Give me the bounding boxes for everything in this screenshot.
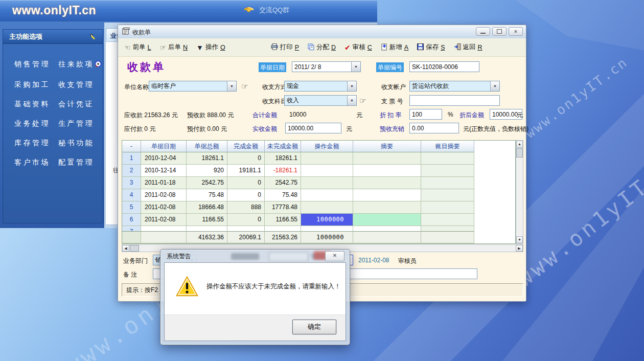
acct-memo-cell[interactable] [421, 214, 474, 226]
memo-cell[interactable] [353, 177, 421, 189]
note-label: 备 注 [123, 270, 137, 279]
op-amount-cell[interactable] [301, 189, 353, 201]
chevron-down-icon[interactable]: ▼ [490, 81, 499, 91]
sidebar-item-config[interactable]: 配置管理 [58, 152, 103, 172]
qq-group-link[interactable]: 交流QQ群 [243, 6, 289, 15]
chevron-down-icon[interactable]: ▼ [347, 96, 356, 105]
op-amount-cell[interactable] [301, 177, 353, 189]
sidebar-item-customers[interactable]: 客户市场 [14, 152, 58, 172]
floppy-save-icon [417, 43, 424, 51]
doc-no-input[interactable]: SK-110208-0006 [409, 61, 479, 72]
dept-label: 业务部门 [123, 257, 148, 265]
offset-unit-note: 元(正数充值，负数核销) [463, 125, 528, 133]
cheque-input[interactable] [409, 95, 500, 106]
return-button[interactable]: 返回R [454, 43, 482, 52]
assign-button[interactable]: 分配D [308, 43, 336, 52]
account-combobox[interactable]: 货运站代收款▼ [409, 81, 500, 92]
chevron-down-icon[interactable]: ▼ [227, 81, 236, 91]
acct-memo-cell[interactable] [421, 177, 474, 189]
sidebar-item-transactions[interactable]: 往来款项 [58, 54, 103, 75]
dialog-title: 系统警告 [167, 252, 191, 261]
action-menu-button[interactable]: ▼操作O [196, 43, 225, 52]
op-amount-cell-selected[interactable]: 1000000 [301, 214, 353, 226]
close-button[interactable]: ✕ [509, 27, 523, 36]
audit-button[interactable]: ✔审核C [344, 43, 372, 52]
table-row-selected[interactable]: 62011-02-081166.5501166.551000000 [122, 214, 515, 226]
total-op-amount-cell: 1000000 [301, 231, 353, 243]
sidebar-item-accounting[interactable]: 会计凭证 [58, 94, 103, 114]
scroll-down-button[interactable]: ▼ [516, 236, 523, 243]
subject-label: 收支科目 [262, 97, 287, 106]
dialog-close-button[interactable]: ✕ [325, 251, 344, 261]
discount-rate-input[interactable]: 100 [409, 109, 442, 120]
acct-memo-cell[interactable] [421, 189, 474, 201]
chevron-down-icon[interactable]: ▼ [347, 81, 356, 91]
next-doc-button[interactable]: ☞后单N [160, 43, 188, 52]
sidebar-item-business[interactable]: 业务处理 [14, 114, 58, 133]
maximize-button[interactable] [492, 27, 507, 36]
op-amount-cell[interactable] [301, 152, 353, 165]
subject-combobox[interactable]: 收入▼ [284, 95, 357, 106]
down-arrow-icon: ▼ [196, 44, 203, 51]
memo-cell-highlight[interactable] [353, 214, 421, 226]
add-button[interactable]: 新增A [381, 43, 408, 52]
memo-cell[interactable] [353, 165, 421, 177]
sidebar-item-production[interactable]: 生产管理 [58, 114, 103, 133]
op-amount-cell[interactable] [301, 201, 353, 214]
col-done: 完成金额 [227, 141, 265, 152]
prev-doc-button[interactable]: ☜前单L [124, 43, 151, 52]
actual-amount-input[interactable]: 10000.00 [285, 123, 341, 133]
ok-button[interactable]: 确定 [292, 320, 336, 334]
hand-pointer-icon[interactable]: ☞ [359, 96, 366, 105]
op-amount-editor[interactable]: 1000000 [301, 214, 353, 225]
dialog-body: 操作金额不应该大于未完成金额，请重新输入！ 确定 [164, 262, 346, 341]
table-row[interactable]: 52011-02-0818666.4888817778.48 [122, 201, 515, 214]
new-document-icon [381, 43, 387, 52]
app-logo: www.onlyIT.cn [12, 4, 96, 17]
op-amount-cell[interactable] [301, 165, 353, 177]
acct-memo-cell[interactable] [421, 165, 474, 177]
vertical-scrollbar[interactable]: ▲ ▼ [516, 140, 523, 244]
sidebar-item-inventory[interactable]: 库存管理 [14, 133, 58, 152]
chevron-down-icon[interactable]: ▼ [351, 62, 360, 72]
window-title-bar[interactable]: 收款单 ✕ [118, 25, 526, 39]
toolbar: ☜前单L ☞后单N ▼操作O 打印P 分配D ✔审核C 新增A 保存S 返回R [118, 38, 526, 57]
sidebar: 主功能选项 销售管理 往来款项 采购加工 收支管理 基础资料 会计凭证 业务处理… [3, 29, 103, 223]
offset-input[interactable]: 0.00 [409, 123, 459, 133]
form-title: 收款单 [127, 60, 166, 74]
method-combobox[interactable]: 现金▼ [284, 81, 357, 92]
scrollbar-thumb[interactable] [516, 148, 523, 157]
dialog-message: 操作金额不应该大于未完成金额，请重新输入！ [206, 282, 341, 291]
sidebar-item-income-expense[interactable]: 收支管理 [58, 75, 103, 94]
doc-date-combobox[interactable]: 2011/ 2/ 8▼ [292, 61, 361, 72]
scrollbar-thumb[interactable] [130, 245, 139, 252]
memo-cell[interactable] [353, 189, 421, 201]
sidebar-item-base-data[interactable]: 基础资料 [14, 94, 58, 114]
warning-triangle-icon [176, 276, 198, 298]
scroll-left-button[interactable]: ◀ [122, 245, 129, 252]
save-button[interactable]: 保存S [417, 43, 445, 52]
pushpin-icon[interactable] [89, 32, 98, 41]
scroll-up-button[interactable]: ▲ [516, 141, 523, 148]
doc-no-label: 单据编号 [376, 62, 404, 72]
memo-cell[interactable] [353, 152, 421, 165]
table-row[interactable]: 22010-12-1492019181.1-18261.1 [122, 165, 515, 177]
table-row[interactable]: 32011-01-182542.7502542.75 [122, 177, 515, 189]
total-amount-value: 10000 [289, 111, 306, 118]
memo-cell[interactable] [353, 201, 421, 214]
table-row[interactable]: 12010-12-0418261.1018261.1 [122, 152, 515, 165]
table-row[interactable]: 42011-02-0875.48075.48 [122, 189, 515, 201]
copy-icon [308, 43, 314, 51]
unit-combobox[interactable]: 临时客户▼ [149, 81, 237, 92]
scroll-right-button[interactable]: ▶ [516, 245, 523, 252]
minimize-button[interactable] [476, 27, 490, 36]
print-button[interactable]: 打印P [271, 43, 299, 52]
acct-memo-cell[interactable] [421, 152, 474, 165]
hand-pointer-icon[interactable]: ☞ [241, 82, 248, 91]
sidebar-item-sales[interactable]: 销售管理 [14, 54, 58, 75]
sidebar-item-secretary[interactable]: 秘书功能 [58, 133, 103, 152]
acct-memo-cell[interactable] [421, 201, 474, 214]
cheque-label: 支 票 号 [381, 97, 403, 106]
sidebar-item-purchasing[interactable]: 采购加工 [14, 75, 58, 94]
col-memo: 摘要 [353, 141, 421, 152]
